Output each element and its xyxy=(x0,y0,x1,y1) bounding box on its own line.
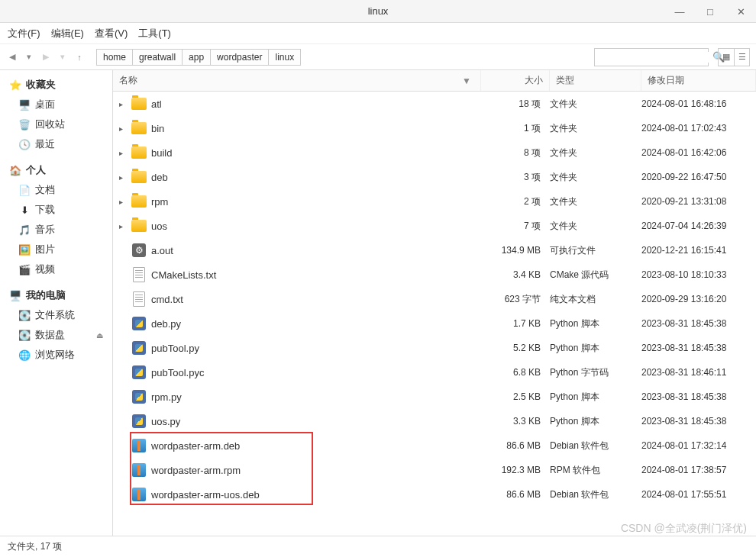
maximize-button[interactable]: □ xyxy=(695,0,725,23)
sidebar-item-label: 桌面 xyxy=(35,98,55,111)
file-row[interactable]: ▸build8 项文件夹2024-08-01 16:42:06 xyxy=(113,140,756,165)
file-size: 86.6 MB xyxy=(481,489,550,500)
back-menu[interactable]: ▾ xyxy=(23,51,35,63)
content-area: 名称▼ 大小 类型 修改日期 ▸atl18 项文件夹2024-08-01 16:… xyxy=(113,70,756,536)
search-box[interactable]: 🔍 xyxy=(594,48,709,66)
sidebar-item-clock[interactable]: 🕓最近 xyxy=(0,134,112,154)
file-name: rpm xyxy=(151,196,168,208)
list-view-button[interactable]: ☰ xyxy=(734,49,749,66)
expand-icon[interactable]: ▸ xyxy=(119,124,127,133)
eject-icon[interactable]: ⏏ xyxy=(96,331,103,340)
expand-icon[interactable]: ▸ xyxy=(119,198,127,206)
breadcrumb-segment[interactable]: app xyxy=(182,49,210,66)
menu-view[interactable]: 查看(V) xyxy=(95,27,128,40)
gear-icon: ⚙ xyxy=(132,243,146,257)
file-date: 2020-09-22 16:47:50 xyxy=(641,172,756,182)
folder-icon xyxy=(131,122,147,134)
file-type: 纯文本文档 xyxy=(550,293,641,306)
file-name: a.out xyxy=(151,245,173,256)
file-type: 文件夹 xyxy=(550,122,641,135)
file-size: 623 字节 xyxy=(481,293,550,306)
file-size: 3 项 xyxy=(481,171,550,184)
file-name: pubTool.py xyxy=(151,343,199,354)
expand-icon[interactable]: ▸ xyxy=(119,100,127,108)
close-button[interactable]: ✕ xyxy=(725,0,756,23)
sidebar-item-picture[interactable]: 🖼️图片 xyxy=(0,240,112,259)
file-size: 134.9 MB xyxy=(481,245,550,256)
back-button[interactable]: ◀ xyxy=(6,51,18,63)
file-name: CMakeLists.txt xyxy=(151,269,216,281)
file-row[interactable]: wordpaster-arm.deb86.6 MBDebian 软件包2024-… xyxy=(113,433,756,458)
file-row[interactable]: wordpaster-arm.rpm192.3 MBRPM 软件包2024-08… xyxy=(113,458,756,482)
file-date: 2024-08-01 16:42:06 xyxy=(641,147,756,158)
file-size: 3.3 KB xyxy=(481,416,550,427)
file-row[interactable]: CMakeLists.txt3.4 KBCMake 源代码2023-08-10 … xyxy=(113,262,756,287)
file-row[interactable]: pubTool.py5.2 KBPython 脚本2023-08-31 18:4… xyxy=(113,336,756,360)
package-icon xyxy=(132,463,146,477)
breadcrumb-segment[interactable]: linux xyxy=(268,49,301,66)
folder-icon xyxy=(131,98,147,110)
sidebar-item-music[interactable]: 🎵音乐 xyxy=(0,220,112,240)
file-type: 可执行文件 xyxy=(550,244,641,257)
minimize-button[interactable]: — xyxy=(664,0,695,23)
file-name: bin xyxy=(151,123,164,134)
sidebar-item-doc[interactable]: 📄文档 xyxy=(0,180,112,200)
file-list: ▸atl18 项文件夹2024-08-01 16:48:16▸bin1 项文件夹… xyxy=(113,92,756,536)
file-date: 2023-08-10 18:10:33 xyxy=(641,269,756,280)
sidebar-item-globe[interactable]: 🌐浏览网络 xyxy=(0,345,112,365)
menu-edit[interactable]: 编辑(E) xyxy=(51,27,84,40)
expand-icon[interactable]: ▸ xyxy=(119,173,127,182)
search-input[interactable] xyxy=(598,52,712,63)
expand-icon[interactable]: ▸ xyxy=(119,222,127,230)
disk-icon: 💽 xyxy=(18,329,31,341)
forward-menu[interactable]: ▾ xyxy=(57,51,69,63)
breadcrumb-segment[interactable]: home xyxy=(96,49,132,66)
menu-file[interactable]: 文件(F) xyxy=(8,27,40,40)
file-row[interactable]: rpm.py2.5 KBPython 脚本2023-08-31 18:45:38 xyxy=(113,385,756,409)
icon-view-button[interactable]: ▦ xyxy=(719,49,734,66)
sidebar-item-video[interactable]: 🎬视频 xyxy=(0,259,112,279)
file-size: 2.5 KB xyxy=(481,391,550,402)
file-row[interactable]: uos.py3.3 KBPython 脚本2023-08-31 18:45:38 xyxy=(113,409,756,433)
breadcrumb-segment[interactable]: greatwall xyxy=(132,49,182,66)
file-row[interactable]: wordpaster-arm-uos.deb86.6 MBDebian 软件包2… xyxy=(113,482,756,507)
document-icon xyxy=(133,291,145,307)
sidebar-item-label: 视频 xyxy=(35,262,55,276)
sidebar-item-trash[interactable]: 🗑️回收站 xyxy=(0,114,112,134)
file-name: uos.py xyxy=(151,416,180,427)
column-header-date[interactable]: 修改日期 xyxy=(641,70,756,91)
sidebar-item-label: 数据盘 xyxy=(35,328,65,342)
desktop-icon: 🖥️ xyxy=(18,98,31,111)
file-date: 2024-08-01 17:38:57 xyxy=(641,465,756,475)
file-row[interactable]: ⚙a.out134.9 MB可执行文件2020-12-21 16:15:41 xyxy=(113,238,756,262)
forward-button[interactable]: ▶ xyxy=(40,51,52,63)
column-header-size[interactable]: 大小 xyxy=(481,70,550,91)
up-button[interactable]: ↑ xyxy=(73,51,86,63)
file-date: 2023-08-31 18:46:11 xyxy=(641,367,756,378)
file-row[interactable]: pubTool.pyc6.8 KBPython 字节码2023-08-31 18… xyxy=(113,360,756,385)
sidebar-item-desktop[interactable]: 🖥️桌面 xyxy=(0,95,112,114)
file-row[interactable]: ▸uos7 项文件夹2024-07-04 14:26:39 xyxy=(113,214,756,238)
expand-icon[interactable]: ▸ xyxy=(119,149,127,157)
file-row[interactable]: ▸bin1 项文件夹2024-08-01 17:02:43 xyxy=(113,116,756,140)
sidebar-item-download[interactable]: ⬇下载 xyxy=(0,200,112,220)
file-name: rpm.py xyxy=(151,391,182,403)
column-header-name[interactable]: 名称▼ xyxy=(113,70,481,91)
file-row[interactable]: cmd.txt623 字节纯文本文档2020-09-29 13:16:20 xyxy=(113,287,756,311)
file-row[interactable]: deb.py1.7 KBPython 脚本2023-08-31 18:45:38 xyxy=(113,311,756,336)
file-row[interactable]: ▸atl18 项文件夹2024-08-01 16:48:16 xyxy=(113,92,756,116)
sidebar-item-disk[interactable]: 💽数据盘⏏ xyxy=(0,325,112,345)
file-type: Python 脚本 xyxy=(550,342,641,355)
sidebar-item-label: 下载 xyxy=(35,203,55,217)
doc-icon: 📄 xyxy=(18,184,31,196)
sidebar-item-disk[interactable]: 💽文件系统 xyxy=(0,305,112,325)
file-row[interactable]: ▸deb3 项文件夹2020-09-22 16:47:50 xyxy=(113,165,756,189)
file-name: build xyxy=(151,147,172,159)
column-header-type[interactable]: 类型 xyxy=(550,70,641,91)
toolbar: ◀ ▾ ▶ ▾ ↑ homegreatwallappwordpasterlinu… xyxy=(0,44,756,70)
file-row[interactable]: ▸rpm2 项文件夹2020-09-21 13:31:08 xyxy=(113,189,756,214)
menu-tools[interactable]: 工具(T) xyxy=(138,27,171,40)
column-headers: 名称▼ 大小 类型 修改日期 xyxy=(113,70,756,92)
disk-icon: 💽 xyxy=(18,309,31,321)
breadcrumb-segment[interactable]: wordpaster xyxy=(210,49,268,66)
